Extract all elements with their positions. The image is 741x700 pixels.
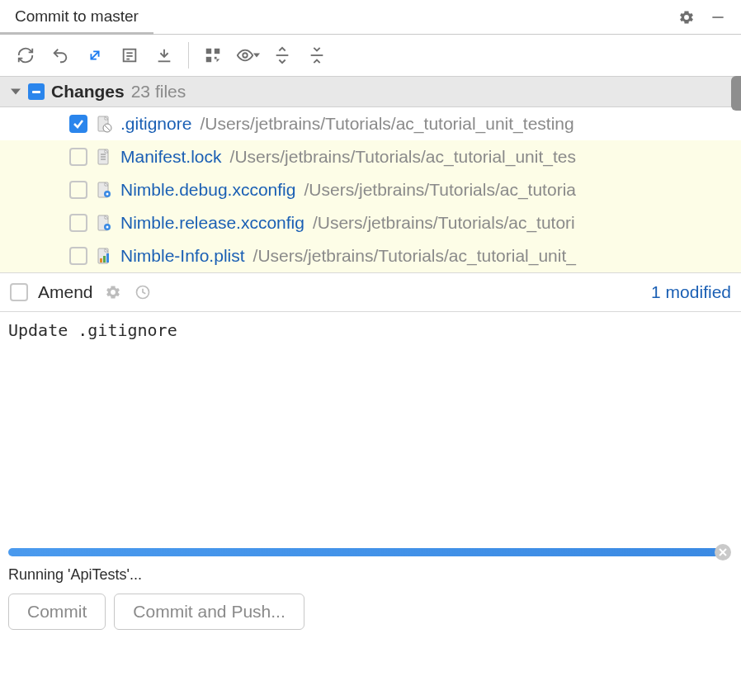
changelist-icon[interactable] (116, 41, 144, 69)
gear-icon[interactable] (103, 282, 123, 302)
file-icon (96, 246, 112, 266)
svg-rect-8 (215, 49, 219, 54)
file-path: /Users/jetbrains/Tutorials/ac_tutoria (304, 180, 576, 200)
file-icon (96, 180, 112, 200)
file-name: Nimble.debug.xcconfig (120, 180, 295, 200)
file-icon (96, 213, 112, 233)
chevron-down-icon[interactable] (10, 86, 21, 97)
svg-rect-33 (106, 253, 109, 262)
file-icon (96, 114, 112, 134)
cancel-progress-icon[interactable] (715, 544, 731, 560)
svg-point-12 (243, 53, 248, 58)
history-icon[interactable] (133, 282, 153, 302)
scrollbar-thumb[interactable] (731, 76, 741, 111)
diff-icon[interactable] (81, 41, 109, 69)
tristate-checkbox[interactable] (28, 83, 45, 100)
changes-count: 23 files (131, 82, 186, 102)
minimize-icon[interactable] (708, 7, 728, 27)
toolbar (0, 35, 741, 76)
amend-checkbox[interactable] (10, 283, 28, 301)
file-path: /Users/jetbrains/Tutorials/ac_tutorial_u… (230, 147, 576, 167)
header: Commit to master (0, 0, 741, 35)
commit-and-push-button[interactable]: Commit and Push... (114, 594, 304, 630)
progress-area: Running 'ApiTests'... (0, 548, 741, 594)
file-path: /Users/jetbrains/Tutorials/ac_tutori (313, 213, 575, 233)
file-row[interactable]: Manifest.lock/Users/jetbrains/Tutorials/… (0, 140, 741, 173)
expand-icon[interactable] (268, 41, 296, 69)
commit-tab[interactable]: Commit to master (0, 0, 153, 35)
collapse-icon[interactable] (303, 41, 331, 69)
commit-message-input[interactable] (8, 320, 733, 540)
svg-marker-11 (217, 59, 220, 63)
toolbar-separator (188, 42, 189, 69)
changes-label: Changes (51, 82, 125, 102)
changes-panel: Changes 23 files .gitignore/Users/jetbra… (0, 76, 741, 272)
progress-bar (8, 548, 729, 556)
file-row[interactable]: Nimble.debug.xcconfig/Users/jetbrains/Tu… (0, 173, 741, 206)
file-name: Nimble.release.xcconfig (120, 213, 304, 233)
file-checkbox[interactable] (69, 148, 87, 166)
svg-rect-9 (206, 57, 211, 62)
svg-marker-16 (11, 88, 21, 94)
modified-count[interactable]: 1 modified (651, 282, 731, 302)
preview-icon[interactable] (234, 41, 262, 69)
shelve-icon[interactable] (150, 41, 178, 69)
svg-marker-13 (253, 54, 260, 58)
commit-buttons: Commit Commit and Push... (0, 594, 741, 638)
rollback-icon[interactable] (46, 41, 74, 69)
file-row[interactable]: Nimble.release.xcconfig/Users/jetbrains/… (0, 206, 741, 239)
svg-rect-10 (215, 57, 217, 59)
svg-point-26 (106, 193, 109, 196)
amend-label: Amend (38, 282, 93, 302)
refresh-icon[interactable] (12, 41, 40, 69)
file-row[interactable]: .gitignore/Users/jetbrains/Tutorials/ac_… (0, 107, 741, 140)
commit-button[interactable]: Commit (8, 594, 106, 630)
header-icons (677, 7, 741, 27)
changes-header[interactable]: Changes 23 files (0, 76, 741, 107)
gear-icon[interactable] (677, 7, 696, 27)
file-list: .gitignore/Users/jetbrains/Tutorials/ac_… (0, 107, 741, 272)
file-name: Manifest.lock (120, 147, 222, 167)
file-checkbox[interactable] (69, 214, 87, 232)
file-path: /Users/jetbrains/Tutorials/ac_tutorial_u… (253, 246, 576, 266)
group-by-icon[interactable] (199, 41, 227, 69)
file-name: Nimble-Info.plist (120, 246, 245, 266)
tab-title: Commit to master (15, 7, 139, 26)
file-path: /Users/jetbrains/Tutorials/ac_tutorial_u… (200, 114, 573, 134)
file-checkbox[interactable] (69, 181, 87, 199)
file-checkbox[interactable] (69, 247, 87, 265)
svg-point-29 (106, 226, 109, 229)
amend-row: Amend 1 modified (0, 272, 741, 312)
file-checkbox[interactable] (69, 115, 87, 133)
file-icon (96, 147, 112, 167)
file-name: .gitignore (120, 114, 191, 134)
svg-rect-7 (206, 49, 211, 54)
progress-label: Running 'ApiTests'... (8, 565, 733, 594)
svg-rect-31 (100, 258, 102, 262)
commit-message-area (0, 312, 741, 548)
file-row[interactable]: Nimble-Info.plist/Users/jetbrains/Tutori… (0, 239, 741, 272)
svg-rect-32 (103, 256, 106, 262)
